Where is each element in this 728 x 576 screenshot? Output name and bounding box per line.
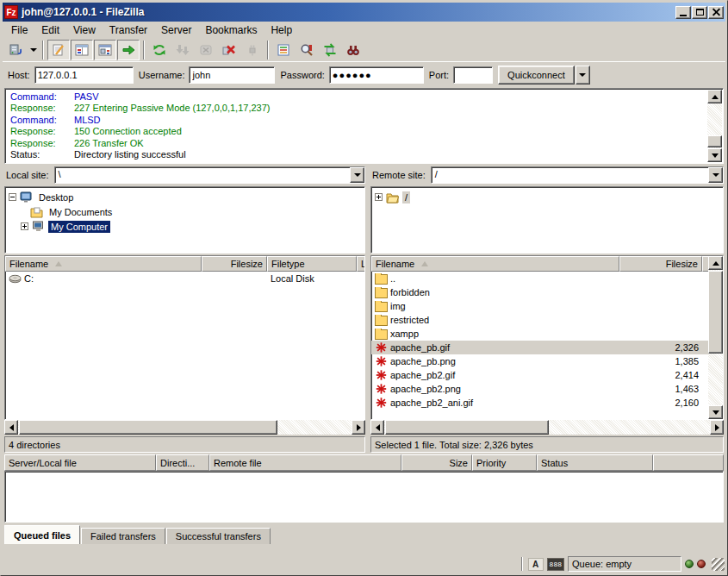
queue-body[interactable] [4,471,724,523]
maximize-button[interactable] [692,6,707,19]
file-name: restricted [390,315,429,325]
arrow-down-icon [712,153,719,158]
remote-file-row[interactable]: apache_pb.png 1,385 [371,354,708,368]
menu-transfer[interactable]: Transfer [103,22,154,38]
log-line: Command:MLSD [10,115,704,126]
toggle-remote-tree-button[interactable] [94,40,116,60]
tree-item-my-documents[interactable]: My Documents [30,204,363,219]
remote-file-row[interactable]: apache_pb2.png 1,463 [371,382,708,396]
scroll-right-button[interactable] [710,420,724,435]
column-header-remote-file[interactable]: Remote file [209,454,401,471]
resize-grip-icon[interactable] [712,558,725,571]
remote-folder-row[interactable]: forbidden [371,285,708,299]
port-input[interactable] [453,66,493,84]
menu-server[interactable]: Server [154,22,198,38]
menu-help[interactable]: Help [264,22,299,38]
my-documents-icon [30,206,43,218]
speed-limits-icon[interactable]: 888 [547,558,564,571]
filter-button[interactable] [272,40,295,60]
scroll-right-button[interactable] [352,420,365,435]
site-manager-button[interactable] [4,40,27,60]
find-files-button[interactable] [342,40,364,60]
remote-file-row-selected[interactable]: apache_pb.gif 2,326 [371,341,708,354]
scroll-left-button[interactable] [4,420,18,435]
menu-view[interactable]: View [66,22,103,38]
toggle-message-log-button[interactable] [47,40,70,60]
site-manager-dropdown-button[interactable] [28,40,39,60]
column-header-filesize[interactable]: Filesize [202,256,267,272]
scroll-up-button[interactable] [708,256,723,270]
remote-folder-row[interactable]: xampp [371,327,708,341]
column-header-last-modified[interactable]: L [357,256,365,272]
tab-successful-transfers[interactable]: Successful transfers [166,528,271,544]
tab-queued-files[interactable]: Queued files [4,525,80,544]
tree-item-my-computer[interactable]: My Computer [21,219,363,234]
remote-site-combobox[interactable]: / [431,166,724,184]
column-header-size[interactable]: Size [401,454,472,471]
column-header-filetype[interactable]: Filetype [267,256,357,272]
column-header-filesize[interactable]: Filesize [619,256,702,272]
compare-directories-button[interactable] [296,40,318,60]
column-header-status[interactable]: Status [537,454,653,471]
file-name: apache_pb.png [390,356,456,366]
message-log: Command:PASV Response:227 Entering Passi… [4,88,724,164]
scroll-left-button[interactable] [370,420,384,435]
quickconnect-dropdown-button[interactable] [576,66,590,85]
menu-file[interactable]: File [4,22,34,38]
column-header-server-local-file[interactable]: Server/Local file [4,454,156,471]
file-name: apache_pb2.gif [390,370,455,380]
local-site-dropdown-button[interactable] [350,167,364,183]
tree-item-label: My Documents [47,206,115,218]
local-status-text: 4 directories [9,440,60,450]
scroll-up-button[interactable] [707,90,722,103]
menu-edit[interactable]: Edit [34,22,66,38]
reconnect-button[interactable] [241,40,264,60]
cancel-button[interactable] [195,40,217,60]
remote-folder-row[interactable]: .. [371,272,708,285]
column-header-filename[interactable]: Filename [5,256,202,272]
window-controls [675,6,724,19]
local-site-combobox[interactable]: \ [54,166,365,184]
close-button[interactable] [708,6,724,19]
scrollbar-thumb[interactable] [385,420,549,435]
username-input[interactable] [189,66,275,84]
toggle-queue-button[interactable] [117,40,140,60]
collapse-icon[interactable] [9,193,16,201]
transfer-type-icon[interactable]: A [528,558,544,571]
quickconnect-button[interactable]: Quickconnect [498,66,575,85]
process-queue-button[interactable] [171,40,194,60]
remote-folder-row[interactable]: img [371,299,708,313]
scrollbar-thumb[interactable] [708,271,723,354]
remote-horizontal-scrollbar[interactable] [370,420,724,435]
synchronized-browsing-button[interactable] [319,40,341,60]
remote-vertical-scrollbar[interactable] [708,256,723,419]
tree-item-root[interactable]: / [375,190,721,204]
minimize-button[interactable] [675,6,691,19]
scrollbar-thumb[interactable] [707,135,722,147]
remote-site-dropdown-button[interactable] [708,167,723,183]
tree-item-desktop[interactable]: Desktop [9,190,363,204]
expand-icon[interactable] [21,222,28,230]
local-file-row[interactable]: C: Local Disk [5,272,364,285]
toggle-local-tree-button[interactable] [71,40,93,60]
file-size: 2,160 [619,398,702,408]
expand-icon[interactable] [375,193,383,201]
local-horizontal-scrollbar[interactable] [4,420,365,435]
scrollbar-thumb[interactable] [19,420,277,435]
host-input[interactable] [34,66,134,84]
menu-bookmarks[interactable]: Bookmarks [198,22,264,38]
remote-file-row[interactable]: apache_pb2.gif 2,414 [371,368,708,382]
remote-file-row[interactable]: apache_pb2_ani.gif 2,160 [371,396,708,410]
title-bar[interactable]: Fz john@127.0.0.1 - FileZilla [3,3,725,22]
scroll-down-button[interactable] [707,148,722,162]
password-input[interactable] [329,66,424,84]
tab-failed-transfers[interactable]: Failed transfers [81,528,165,544]
scroll-down-button[interactable] [708,405,723,419]
disconnect-button[interactable] [218,40,240,60]
column-header-filename[interactable]: Filename [371,256,619,272]
log-vertical-scrollbar[interactable] [707,90,722,162]
column-header-direction[interactable]: Directi... [156,454,209,471]
refresh-button[interactable] [148,40,171,60]
column-header-priority[interactable]: Priority [472,454,537,471]
remote-folder-row[interactable]: restricted [371,313,708,327]
